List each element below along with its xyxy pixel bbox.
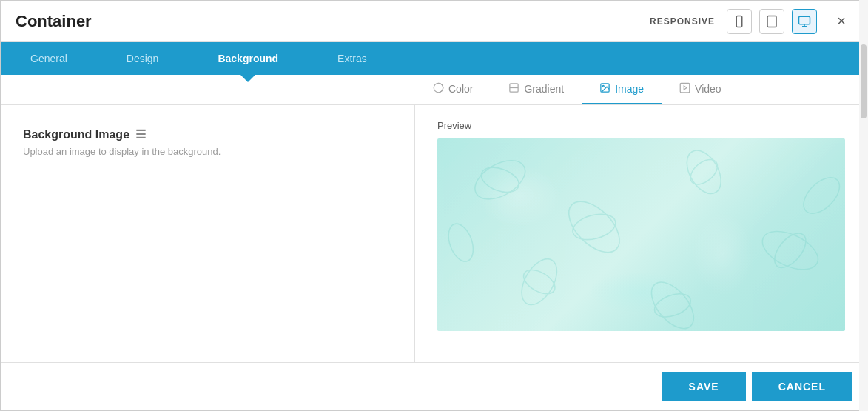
responsive-label: RESPONSIVE xyxy=(650,16,715,27)
scrollbar-thumb[interactable] xyxy=(861,105,867,118)
sub-tab-gradient-label: Gradient xyxy=(524,83,564,95)
preview-label: Preview xyxy=(437,120,845,131)
cancel-button[interactable]: CANCEL xyxy=(752,372,852,401)
desktop-device-button[interactable] xyxy=(792,9,817,34)
tab-design[interactable]: Design xyxy=(97,42,189,75)
svg-point-14 xyxy=(468,153,531,207)
section-title: Background Image ☰ xyxy=(23,127,392,141)
svg-point-21 xyxy=(769,228,812,273)
sub-tab-gradient[interactable]: Gradient xyxy=(491,75,582,104)
svg-point-25 xyxy=(651,290,693,321)
modal-container: Container RESPONSIVE xyxy=(0,0,868,411)
svg-point-22 xyxy=(514,253,564,311)
mobile-icon xyxy=(733,15,746,28)
section-subtitle: Upload an image to display in the backgr… xyxy=(23,146,392,157)
image-icon xyxy=(599,82,610,96)
tabs-bar: General Design Background Extras xyxy=(1,42,867,75)
right-panel: Preview xyxy=(415,105,867,362)
svg-point-23 xyxy=(519,265,559,298)
svg-rect-12 xyxy=(680,83,690,93)
svg-point-15 xyxy=(478,163,522,197)
video-icon xyxy=(679,82,690,96)
modal-title: Container xyxy=(16,12,92,31)
layers-icon: ☰ xyxy=(135,127,146,141)
background-image-title: Background Image xyxy=(23,128,129,141)
tab-extras[interactable]: Extras xyxy=(308,42,397,75)
preview-pattern xyxy=(437,138,845,331)
sub-tab-video-label: Video xyxy=(695,83,721,95)
modal-footer: SAVE CANCEL xyxy=(1,362,867,410)
tablet-device-button[interactable] xyxy=(759,9,784,34)
main-content: Background Image ☰ Upload an image to di… xyxy=(1,105,867,362)
gradient-icon xyxy=(508,82,519,96)
scrollbar-track[interactable] xyxy=(859,105,867,362)
tablet-icon xyxy=(765,15,778,28)
modal-header: Container RESPONSIVE xyxy=(1,1,867,42)
sub-tab-color[interactable]: Color xyxy=(415,75,491,104)
preview-image xyxy=(437,138,845,331)
svg-point-18 xyxy=(680,144,728,199)
svg-point-20 xyxy=(756,224,824,277)
sub-tab-video[interactable]: Video xyxy=(662,75,739,104)
svg-marker-13 xyxy=(684,86,687,90)
mobile-device-button[interactable] xyxy=(727,9,752,34)
svg-rect-2 xyxy=(767,16,776,27)
left-panel: Background Image ☰ Upload an image to di… xyxy=(1,105,415,362)
sub-tab-color-label: Color xyxy=(448,83,473,95)
sub-tab-image-label: Image xyxy=(615,83,644,95)
svg-point-27 xyxy=(444,221,478,265)
svg-point-11 xyxy=(603,85,605,87)
tab-general[interactable]: General xyxy=(1,42,97,75)
sub-tab-image[interactable]: Image xyxy=(582,75,662,104)
svg-point-19 xyxy=(686,155,722,190)
tab-background[interactable]: Background xyxy=(188,42,308,75)
svg-point-17 xyxy=(570,210,619,244)
svg-point-26 xyxy=(797,171,845,220)
svg-rect-0 xyxy=(736,16,742,27)
desktop-icon xyxy=(798,15,811,28)
svg-point-16 xyxy=(559,193,628,261)
svg-point-24 xyxy=(644,275,702,331)
svg-rect-4 xyxy=(799,16,810,24)
sub-tabs-bar: Color Gradient Image xyxy=(1,75,867,105)
color-icon xyxy=(433,82,444,96)
header-controls: RESPONSIVE × xyxy=(650,9,852,34)
close-button[interactable]: × xyxy=(830,10,852,33)
save-button[interactable]: SAVE xyxy=(662,372,746,401)
